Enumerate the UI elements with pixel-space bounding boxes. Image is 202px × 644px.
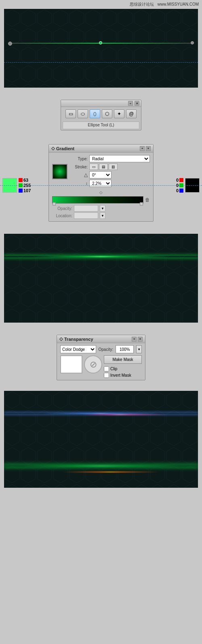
trans-mask-row: ⊘ Make Mask Clip Invert Mask	[60, 355, 142, 378]
trans-panel-controls: ≡ ✕	[132, 337, 143, 342]
location-input[interactable]	[74, 212, 98, 219]
star-tool-btn[interactable]: ✦	[114, 109, 124, 118]
trans-blend-row: Color Dodge Normal Multiply Screen Opaci…	[60, 345, 142, 353]
gradient-options: Type: Radial Linear Stroke: ▭ ▤ ▥	[72, 155, 150, 188]
gradient-bar	[52, 196, 143, 203]
site-name: 思综设计论坛	[130, 2, 154, 6]
opacity-input[interactable]	[74, 205, 98, 212]
spiral-tool-btn[interactable]: @	[126, 109, 137, 118]
scale-row: ↕ 2.2% 50% 100%	[72, 180, 150, 187]
scale-icon-label: ↕	[72, 181, 88, 186]
transparency-body: Color Dodge Normal Multiply Screen Opaci…	[57, 343, 145, 380]
rgb-blue-right: 0	[176, 188, 183, 193]
rgb-red-left: 63	[19, 178, 31, 183]
circle-tool-btn[interactable]: ⬭	[78, 109, 88, 118]
make-mask-btn[interactable]: Make Mask	[104, 355, 142, 364]
location-arrow[interactable]: ▼	[100, 212, 105, 219]
stroke-btn-1[interactable]: ▭	[89, 164, 98, 170]
type-select[interactable]: Radial Linear	[89, 155, 150, 162]
svg-rect-1	[4, 9, 198, 88]
transparency-panel: ◇ Transparency ≡ ✕ Color Dodge Normal Mu…	[57, 335, 145, 380]
gradient-stop-right[interactable]	[191, 41, 194, 44]
panel-close-btn2[interactable]: ✕	[146, 146, 151, 151]
panel-collapse-btn[interactable]: «	[128, 101, 133, 106]
trans-close-btn[interactable]: ✕	[138, 337, 143, 342]
gradient-panel-area: 63 255 107 ◇ Gradient ≡ ✕	[0, 141, 202, 230]
hex-pattern-1	[4, 9, 198, 88]
panel-controls-right: ≡ ✕	[140, 146, 151, 151]
angle-row: △ 0° 45° 90°	[72, 171, 150, 178]
transparency-panel-header: ◇ Transparency ≡ ✕	[57, 335, 145, 343]
watermark: 思综设计论坛 www.MISSYUAN.COM	[0, 0, 202, 9]
pink-glow-line	[4, 414, 198, 415]
stroke-btn-2[interactable]: ▤	[99, 164, 108, 170]
gap-4	[0, 327, 202, 331]
tool-panel-body: ▭ ⬭ ⬯ ⬡ ✦ @	[61, 107, 141, 121]
gradient-top-row: Type: Radial Linear Stroke: ▭ ▤ ▥	[52, 155, 150, 188]
panel-close-btn[interactable]: ✕	[135, 101, 139, 106]
type-row: Type: Radial Linear	[72, 155, 150, 162]
blue-glow-line	[4, 413, 198, 414]
rect-tool-btn[interactable]: ▭	[65, 109, 76, 118]
dashed-line-gradient	[0, 185, 202, 186]
gap-1	[0, 92, 202, 96]
opacity-dropdown-arrow[interactable]: ▼	[136, 345, 142, 353]
blend-mode-select[interactable]: Color Dodge Normal Multiply Screen	[60, 345, 96, 353]
gap-6	[0, 493, 202, 497]
ellipse-tool-btn[interactable]: ⬯	[90, 109, 100, 118]
gradient-delete-btn[interactable]: 🗑	[145, 197, 150, 203]
ellipse-tool-panel: « ✕ ▭ ⬭ ⬯ ⬡ ✦ @ Ellipse Tool (L)	[61, 100, 141, 130]
opacity-row: Opacity: ▼	[52, 205, 150, 212]
gradient-handle-right[interactable]	[140, 202, 143, 206]
tool-panel-header: « ✕	[61, 100, 141, 107]
rgb-blue-left: 107	[19, 188, 31, 193]
gradient-panel-header: ◇ Gradient ≡ ✕	[49, 145, 153, 153]
invert-checkbox[interactable]	[104, 373, 109, 378]
trans-checkboxes: Clip Invert Mask	[104, 365, 142, 378]
location-row: Location: ▼	[52, 212, 150, 219]
canvas-area-1	[4, 9, 198, 88]
gradient-panel: ◇ Gradient ≡ ✕ Type: Radial Linear	[48, 144, 154, 222]
gradient-panel-body: Type: Radial Linear Stroke: ▭ ▤ ▥	[49, 153, 153, 221]
clip-checkbox[interactable]	[104, 366, 109, 371]
opacity-location-row: Opacity: ▼ Location: ▼	[52, 205, 150, 219]
stroke-buttons: ▭ ▤ ▥	[89, 164, 118, 170]
red-dot-right	[179, 178, 183, 182]
gradient-track	[8, 43, 194, 44]
green-glow-line-2	[4, 466, 198, 466]
svg-rect-3	[4, 234, 198, 323]
rgb-red-right: 0	[176, 178, 183, 183]
site-url: www.MISSYUAN.COM	[158, 2, 199, 6]
stroke-btn-3[interactable]: ▥	[109, 164, 118, 170]
gradient-panel-title: ◇ Gradient	[51, 146, 74, 151]
trans-right-col: Make Mask Clip Invert Mask	[104, 355, 142, 378]
dashed-line-h-1	[4, 62, 198, 63]
canvas-area-2	[4, 234, 198, 323]
gap-2	[0, 137, 202, 141]
gradient-bar-row: 🗑	[52, 196, 150, 203]
trans-thumbnail	[60, 355, 82, 373]
panel-menu-btn[interactable]: ≡	[140, 146, 145, 151]
angle-select[interactable]: 0° 45° 90°	[89, 171, 112, 178]
opacity-value-input[interactable]	[116, 345, 134, 353]
scale-select[interactable]: 2.2% 50% 100%	[89, 180, 112, 187]
gradient-diamond-icon: ◇	[51, 146, 55, 151]
svg-rect-5	[4, 391, 198, 488]
red-dot	[19, 178, 23, 182]
gap-3	[0, 230, 202, 234]
tool-tooltip: Ellipse Tool (L)	[63, 122, 139, 129]
hex-pattern-3	[4, 391, 198, 488]
gap-5	[0, 387, 202, 391]
invert-row: Invert Mask	[104, 373, 142, 378]
transparency-panel-area: ◇ Transparency ≡ ✕ Color Dodge Normal Mu…	[0, 331, 202, 387]
clip-row: Clip	[104, 366, 142, 371]
opacity-arrow[interactable]: ▼	[100, 205, 105, 212]
trans-menu-btn[interactable]: ≡	[132, 337, 137, 342]
hex-pattern-2	[4, 234, 198, 323]
polygon-tool-btn[interactable]: ⬡	[102, 109, 112, 118]
gradient-stop-green[interactable]	[99, 41, 102, 44]
transparency-diamond-icon: ◇	[59, 336, 63, 342]
orange-glow-line	[4, 472, 198, 472]
blue-dot	[19, 189, 23, 193]
gradient-handle-left[interactable]	[53, 202, 56, 206]
